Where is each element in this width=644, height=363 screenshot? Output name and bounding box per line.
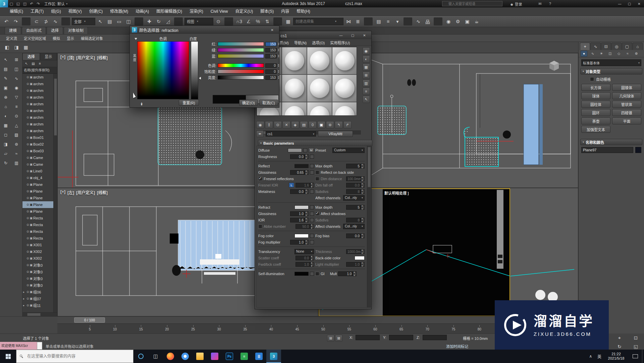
color-picker-title-bar[interactable]: 3 颜色选择器: refraction ✕ xyxy=(130,26,279,34)
menu-item[interactable]: Civil View xyxy=(207,7,232,16)
visibility-eye-icon[interactable]: ⊙ xyxy=(26,263,29,267)
visibility-eye-icon[interactable]: ⊙ xyxy=(26,270,29,273)
select-and-scale-icon[interactable]: ◿ xyxy=(164,17,172,26)
primitive-button[interactable]: 圆环 xyxy=(581,109,610,116)
go-forward-to-sibling-icon[interactable]: ↱ xyxy=(343,121,352,128)
reset-button[interactable]: 重置(R) xyxy=(179,100,199,106)
material-id-channel-icon[interactable]: 0 xyxy=(309,121,317,128)
explorer-sort-header[interactable]: 名称(按升序排列) xyxy=(22,67,57,74)
visibility-eye-icon[interactable]: ⊙ xyxy=(26,183,29,186)
dock-tool-icon[interactable]: ⊞ xyxy=(12,56,21,64)
workspace-selector[interactable]: 工作区: 默认 xyxy=(42,1,70,6)
dock-tool-icon[interactable]: ▽ xyxy=(12,93,21,101)
close-button[interactable]: ✕ xyxy=(360,32,369,39)
channel-value[interactable]: 153 xyxy=(265,42,277,46)
y-coordinate-input[interactable] xyxy=(389,335,413,340)
channel-spinner[interactable] xyxy=(278,54,281,58)
channel-slider[interactable] xyxy=(218,42,264,46)
primitive-button[interactable]: 管状体 xyxy=(612,101,641,108)
visibility-eye-icon[interactable]: ⊙ xyxy=(26,176,29,179)
material-sample-slot[interactable] xyxy=(307,74,332,102)
material-sample-slot[interactable] xyxy=(282,74,307,102)
visibility-eye-icon[interactable]: ⊙ xyxy=(26,82,29,86)
menu-item[interactable]: 脚本(S) xyxy=(257,7,277,16)
ribbon-tab[interactable]: 自由形式 xyxy=(22,27,46,34)
channel-slider[interactable] xyxy=(218,75,264,80)
visibility-eye-icon[interactable]: ⊙ xyxy=(26,290,29,294)
channel-value[interactable]: 153 xyxy=(265,54,277,58)
scene-object-row[interactable]: ▸ ⊙ ▣ archm xyxy=(22,74,53,81)
visibility-eye-icon[interactable]: ⊙ xyxy=(26,257,29,260)
material-sample-slot[interactable] xyxy=(282,102,307,116)
scene-explorer-tab[interactable]: 显示 xyxy=(40,53,57,60)
menu-item[interactable]: 内容 xyxy=(277,7,293,16)
roughness-map-button[interactable] xyxy=(310,155,314,159)
channel-spinner[interactable] xyxy=(278,76,281,79)
primitive-button[interactable]: 四棱锥 xyxy=(612,109,641,116)
visibility-eye-icon[interactable]: ⊙ xyxy=(26,230,29,233)
window-crossing-icon[interactable]: ◫ xyxy=(124,17,133,26)
get-material-icon[interactable]: ◉ xyxy=(256,121,264,128)
systems-icon[interactable]: ⊛ xyxy=(633,51,640,57)
make-material-copy-icon[interactable]: ◈ xyxy=(291,121,299,128)
thickness-spinner[interactable]: 1000.0mm xyxy=(346,249,365,254)
visibility-eye-icon[interactable]: ⊙ xyxy=(26,169,29,173)
fog-color-map-button[interactable] xyxy=(310,234,314,238)
assign-material-to-selection-icon[interactable]: ⊙ xyxy=(274,121,282,128)
dock-tool-icon[interactable]: ◉ xyxy=(12,84,21,92)
visibility-eye-icon[interactable]: ⊙ xyxy=(26,163,29,166)
select-and-rotate-icon[interactable]: ↻ xyxy=(154,17,163,26)
go-to-parent-icon[interactable]: ↰ xyxy=(335,121,343,128)
material-name-dropdown[interactable]: cs1 xyxy=(266,131,316,137)
rectangular-selection-region-icon[interactable]: ▭ xyxy=(115,17,123,26)
maximize-button[interactable]: ▢ xyxy=(625,0,634,7)
visibility-eye-icon[interactable]: ⊙ xyxy=(26,203,29,206)
primitive-button[interactable]: 几何球体 xyxy=(612,92,641,99)
add-time-tag-button[interactable]: 添加时间标记 xyxy=(446,344,468,349)
viewport-label-segment[interactable]: [+] xyxy=(60,190,65,195)
scene-object-row[interactable]: ▸ ⊙ ▣ 对象0 xyxy=(22,268,53,275)
material-sample-slot[interactable] xyxy=(332,74,357,102)
visibility-eye-icon[interactable]: ⊙ xyxy=(26,196,29,200)
viewport-label-segment[interactable]: [线框] xyxy=(97,55,108,60)
primitive-button[interactable]: 圆柱体 xyxy=(581,101,610,108)
channel-value[interactable]: 153 xyxy=(265,48,277,52)
dock-tool-icon[interactable]: ◐ xyxy=(1,112,10,120)
cortana-icon[interactable] xyxy=(133,350,148,363)
scene-object-row[interactable]: ▸ ⊙ ▣ X002 xyxy=(22,248,53,255)
hierarchy-tab[interactable]: ⊟ xyxy=(601,43,611,50)
visibility-eye-icon[interactable]: ⊙ xyxy=(26,210,29,213)
diffuse-map-button[interactable] xyxy=(303,148,307,152)
viewport-label-segment[interactable]: [顶] xyxy=(67,55,74,60)
mirror-icon[interactable]: ⋈ xyxy=(344,17,353,26)
toolbar-icon[interactable] xyxy=(22,17,31,25)
menu-item[interactable]: 视图(V) xyxy=(65,7,86,16)
object-color-swatch[interactable] xyxy=(635,147,641,153)
glossiness-map-button[interactable] xyxy=(310,170,314,174)
menu-item[interactable]: 修改器(M) xyxy=(106,7,132,16)
dock-tool-icon[interactable]: ↻ xyxy=(1,159,10,167)
dock-tool-icon[interactable]: ◻ xyxy=(1,131,10,139)
z-coordinate-input[interactable] xyxy=(423,335,447,340)
channel-spinner[interactable] xyxy=(278,48,281,52)
scene-object-row[interactable]: ▸ ⊙ ▣ 组11 xyxy=(22,302,53,309)
ribbon-subtab[interactable]: 显示 xyxy=(63,36,77,41)
reflect-glossiness-spinner[interactable]: 0.65 xyxy=(290,170,309,175)
scene-object-row[interactable]: ▸ ⊙ ▣ Recta xyxy=(22,221,53,228)
visibility-eye-icon[interactable]: ⊙ xyxy=(26,223,29,226)
visibility-eye-icon[interactable]: ⊙ xyxy=(26,190,29,193)
primitive-button[interactable]: 加强型文本 xyxy=(581,126,610,133)
expand-arrow-icon[interactable]: ▸ xyxy=(23,291,26,294)
material-sample-slot[interactable] xyxy=(282,47,307,74)
visibility-eye-icon[interactable]: ⊙ xyxy=(26,102,29,106)
cancel-button[interactable]: 取消(C) xyxy=(259,100,278,106)
maxscript-mini-listener[interactable]: 欢迎使用 MAXScr xyxy=(0,342,37,350)
dock-tool-icon[interactable]: △ xyxy=(12,121,21,129)
self-illumination-swatch[interactable] xyxy=(294,272,309,276)
self-mult-spinner[interactable]: 1.0 xyxy=(338,271,357,276)
channel-spinner[interactable] xyxy=(278,42,281,46)
scene-object-row[interactable]: ▸ ⊙ ▣ Plane xyxy=(22,208,53,215)
explorer-settings-icon[interactable]: ≡ xyxy=(37,61,43,66)
abbe-number-spinner[interactable]: 50.0 xyxy=(296,224,314,229)
mini-toolbar-icon[interactable]: ▦ xyxy=(21,43,30,52)
